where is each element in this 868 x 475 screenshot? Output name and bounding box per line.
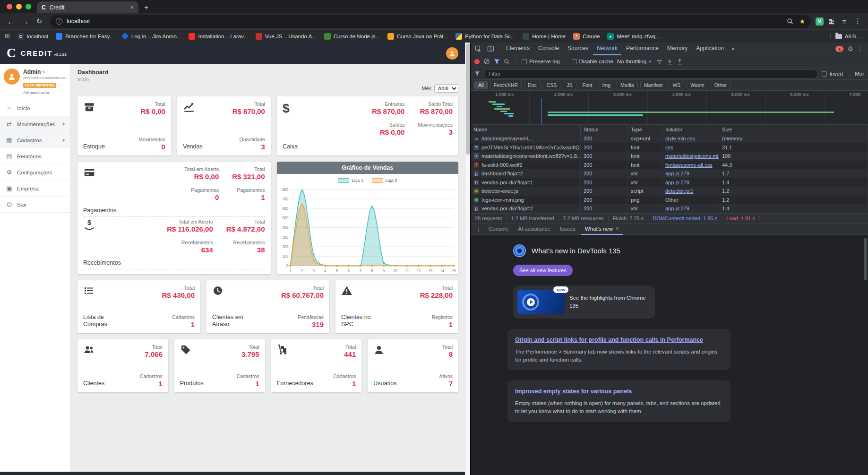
devtools-tab[interactable]: Performance	[622, 43, 662, 55]
request-initiator[interactable]: css	[665, 145, 673, 150]
feature-link[interactable]: Origin and script links for profile and …	[515, 337, 703, 343]
drawer-tab[interactable]: AI assistance ×	[514, 224, 554, 235]
edit-pencil-icon[interactable]: ✎	[42, 70, 46, 75]
address-bar[interactable]: i localhost ★	[50, 15, 811, 28]
disable-cache-checkbox[interactable]: Disable cache	[572, 59, 613, 64]
maximize-window-button[interactable]	[26, 4, 31, 9]
network-request-row[interactable]: {}dashboard?loja=2 200 xhr app.js:279 1.…	[471, 169, 868, 178]
header-avatar[interactable]	[446, 47, 458, 60]
back-button[interactable]: ←	[5, 15, 17, 27]
filter-chip[interactable]: Other	[711, 81, 730, 89]
legend-item[interactable]: Loja 1	[338, 178, 363, 183]
network-request-row[interactable]: {}vendas-por-dia?loja=2 200 xhr app.js:2…	[471, 204, 868, 213]
network-conditions-icon[interactable]	[656, 59, 663, 65]
clear-network-log-icon[interactable]	[483, 58, 490, 65]
minimize-window-button[interactable]	[16, 4, 22, 9]
forward-button[interactable]: →	[19, 15, 31, 27]
devtools-menu-icon[interactable]: ⋮	[857, 45, 863, 52]
avatar[interactable]	[4, 69, 20, 85]
sales-chart[interactable]: 0100200300400500600700800123456789101112…	[277, 185, 459, 274]
network-request-row[interactable]: Tmaterialdesignicons-webfont.woff2?v=1.8…	[471, 152, 868, 161]
preserve-log-checkbox[interactable]: Preserve log	[522, 59, 560, 64]
request-initiator[interactable]: fontawesome-all.css	[665, 162, 713, 168]
browser-tab[interactable]: C Credit ×	[37, 1, 138, 13]
import-har-icon[interactable]	[667, 59, 673, 65]
network-overview[interactable]: 1,000 ms 2,000 ms 3,000 ms 4,000 ms 5,00…	[471, 91, 868, 125]
bookmark-item[interactable]: ▸ Meet: mdg-zfwq-...	[604, 32, 665, 41]
sidebar-menu-item[interactable]: ⌂ Início ▾	[0, 100, 70, 116]
devtools-tab[interactable]: Elements	[502, 43, 533, 55]
column-header[interactable]: Status	[581, 125, 628, 134]
drawer-tab[interactable]: Issues ×	[556, 224, 580, 235]
filter-chip[interactable]: Manifest	[640, 81, 667, 89]
bookmark-item[interactable]: Home | Home	[519, 32, 569, 41]
close-tab-icon[interactable]: ×	[616, 225, 619, 232]
request-initiator[interactable]: app.js:279	[665, 206, 689, 211]
checkbox[interactable]	[572, 59, 577, 64]
browser-menu-icon[interactable]: ≡	[839, 16, 850, 27]
filter-chip[interactable]: All	[474, 81, 488, 89]
filter-funnel-icon[interactable]	[494, 59, 500, 65]
sidebar-menu-item[interactable]: ⏻ Sair ▾	[0, 197, 70, 213]
filter-chip[interactable]: Media	[617, 81, 638, 89]
export-har-icon[interactable]	[677, 59, 683, 65]
devtools-tab[interactable]: Application	[692, 43, 728, 55]
more-tabs-icon[interactable]: »	[729, 45, 738, 52]
video-thumbnail[interactable]: new	[517, 290, 565, 314]
network-request-row[interactable]: ▦logo-icon-mini.png 200 png Other 1.2	[471, 196, 868, 205]
new-tab-button[interactable]: +	[138, 1, 154, 13]
bookmark-star-icon[interactable]: ★	[799, 17, 805, 25]
devtools-tab[interactable]: Memory	[663, 43, 691, 55]
bookmark-item[interactable]: * Claude	[570, 32, 603, 41]
sidebar-menu-item[interactable]: ▦ Cadastros ▾	[0, 132, 70, 148]
bookmark-item[interactable]: Log in – Jira Anron...	[118, 32, 184, 41]
column-header[interactable]: Type	[628, 125, 662, 134]
bookmark-item[interactable]: Installation – Larav...	[185, 32, 251, 41]
devtools-tab[interactable]: Console	[534, 43, 563, 55]
window-controls[interactable]	[3, 0, 37, 13]
drawer-scrollbar-thumb[interactable]	[864, 238, 867, 280]
request-initiator[interactable]: app.js:279	[665, 171, 689, 176]
error-count-badge[interactable]: 1	[835, 46, 843, 52]
drawer-menu-icon[interactable]: ⋮	[473, 225, 483, 233]
request-initiator[interactable]: detector.js:1	[665, 188, 693, 194]
bookmark-item[interactable]: Branches for Easy...	[52, 32, 117, 41]
more-options-icon[interactable]: ⋮	[852, 16, 863, 27]
inspect-element-icon[interactable]	[473, 43, 484, 54]
site-info-icon[interactable]: i	[56, 18, 62, 25]
invert-checkbox[interactable]: Invert	[822, 71, 843, 77]
network-request-row[interactable]: Tfa-solid-900.woff2 200 font fontawesome…	[471, 161, 868, 170]
vue-devtools-extension-icon[interactable]: V	[816, 17, 824, 26]
page-scrollbar[interactable]	[465, 43, 470, 475]
scrollbar-thumb[interactable]	[466, 43, 470, 155]
bookmark-item[interactable]: Python for Data Sc...	[452, 32, 518, 41]
device-toolbar-icon[interactable]	[485, 43, 496, 54]
devtools-settings-gear-icon[interactable]: ⚙	[847, 45, 853, 52]
sidebar-menu-item[interactable]: ▣ Empresa ▾	[0, 181, 70, 197]
network-request-row[interactable]: {}vendas-por-dia?loja=1 200 xhr app.js:2…	[471, 178, 868, 187]
legend-item[interactable]: Loja 2	[372, 178, 397, 183]
network-request-row[interactable]: ▤data:image/svg+xml,... 200 svg+xml styl…	[471, 134, 868, 143]
more-filters-label[interactable]: Mor	[855, 71, 864, 77]
checkbox[interactable]	[522, 59, 527, 64]
request-initiator[interactable]: app.js:279	[665, 180, 689, 185]
apps-grid-icon[interactable]: ⊞	[5, 33, 10, 40]
network-request-row[interactable]: Tpe0TMImSLYBIv1o4X1M8ce2xCx3yop4tQ... 20…	[471, 143, 868, 152]
sidebar-menu-item[interactable]: ▤ Relatórios ▾	[0, 148, 70, 164]
sidebar-menu-item[interactable]: ⚙ Configurações ▾	[0, 164, 70, 181]
sidebar-menu-item[interactable]: ⇄ Movimentações ▾	[0, 116, 70, 132]
bookmark-item[interactable]: C localhost	[14, 32, 52, 41]
filter-chip[interactable]: JS	[563, 81, 576, 89]
filter-chip[interactable]: Img	[599, 81, 615, 89]
month-select[interactable]: Abril	[434, 84, 458, 93]
network-request-row[interactable]: JSdetector-exec.js 200 script detector.j…	[471, 187, 868, 196]
filter-chip[interactable]: Font	[579, 81, 596, 89]
filter-chip[interactable]: Doc	[524, 81, 541, 89]
reload-button[interactable]: ↻	[33, 15, 45, 27]
filter-chip[interactable]: Fetch/XHR	[490, 81, 522, 89]
request-initiator[interactable]: style.min.css	[665, 136, 695, 141]
feature-link[interactable]: Improved empty states for various panels	[515, 388, 632, 395]
filter-chip[interactable]: WS	[669, 81, 684, 89]
all-bookmarks-button[interactable]: All B...	[830, 34, 863, 39]
throttling-dropdown[interactable]: No throttling▼	[617, 59, 652, 64]
